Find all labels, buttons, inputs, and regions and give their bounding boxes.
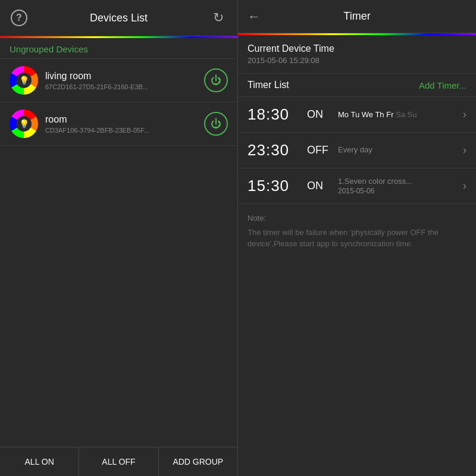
back-button[interactable]: ←: [248, 9, 261, 24]
bulb-inner-room: 💡: [16, 116, 32, 131]
timer-time-3: 15:30: [248, 177, 301, 195]
timer-status-3: ON: [307, 180, 328, 192]
help-icon: ?: [11, 10, 27, 26]
timer-title: Timer: [343, 10, 370, 23]
current-device-time: 2015-05-06 15:29:08: [248, 56, 466, 65]
timer-time-2: 23:30: [248, 141, 301, 159]
timer-status-2: OFF: [307, 144, 328, 156]
device-id-room: CD3AF106-3794-2BFB-23EB-05F...: [45, 127, 204, 134]
power-button-living-room[interactable]: ⏻: [204, 68, 228, 92]
refresh-button[interactable]: ↻: [209, 8, 228, 27]
bulb-icon: 💡: [19, 76, 29, 85]
ungrouped-label: Ungrouped Devices: [10, 44, 88, 54]
device-name-living-room: living room: [45, 71, 204, 82]
all-off-button[interactable]: ALL OFF: [79, 447, 158, 476]
add-timer-button[interactable]: Add Timer...: [419, 80, 466, 90]
device-list: 💡 living room 67C2D161-27D5-21F6-2160-E3…: [0, 59, 237, 447]
current-device-section: Current Device Time 2015-05-06 15:29:08: [238, 35, 476, 74]
ungrouped-section: Ungrouped Devices: [0, 38, 237, 59]
add-group-button[interactable]: ADD GROUP: [159, 447, 237, 476]
timer-effect-3: 1.Seven color cross...: [338, 177, 463, 186]
timer-item-3[interactable]: 15:30 ON 1.Seven color cross... 2015-05-…: [238, 168, 476, 204]
timer-repeat-2: Every day: [338, 145, 463, 154]
power-icon-living-room: ⏻: [211, 74, 221, 87]
timer-date-3: 2015-05-06: [338, 187, 463, 195]
right-panel: ← Timer Current Device Time 2015-05-06 1…: [238, 0, 476, 476]
left-header: ? Devices List ↻: [0, 0, 237, 36]
device-id-living-room: 67C2D161-27D5-21F6-2160-E3B...: [45, 83, 204, 90]
timer-detail-3: 1.Seven color cross... 2015-05-06: [338, 177, 463, 195]
note-section: Note: The timer will be failure when 'ph…: [238, 204, 476, 476]
device-item-living-room[interactable]: 💡 living room 67C2D161-27D5-21F6-2160-E3…: [0, 59, 237, 102]
timer-list-label: Timer List: [248, 80, 289, 90]
timer-item-1[interactable]: 18:30 ON Mo Tu We Th Fr Sa Su ›: [238, 97, 476, 133]
power-icon-room: ⏻: [211, 118, 221, 130]
timer-detail-1: Mo Tu We Th Fr Sa Su: [338, 110, 463, 119]
current-device-label: Current Device Time: [248, 43, 466, 54]
bulb-icon-room: 💡: [19, 119, 29, 129]
chevron-icon-1: ›: [463, 108, 466, 121]
device-item-room[interactable]: 💡 room CD3AF106-3794-2BFB-23EB-05F... ⏻: [0, 102, 237, 146]
device-name-room: room: [45, 114, 204, 125]
chevron-icon-3: ›: [463, 180, 466, 192]
device-icon-room: 💡: [10, 109, 38, 138]
device-icon-living-room: 💡: [10, 66, 38, 95]
timer-time-1: 18:30: [248, 105, 301, 124]
device-info-room: room CD3AF106-3794-2BFB-23EB-05F...: [45, 114, 204, 134]
bulb-inner: 💡: [16, 73, 32, 88]
refresh-icon: ↻: [213, 10, 224, 26]
left-panel: ? Devices List ↻ Ungrouped Devices 💡 liv…: [0, 0, 238, 476]
timer-days-1: Mo Tu We Th Fr Sa Su: [338, 110, 463, 119]
device-info-living-room: living room 67C2D161-27D5-21F6-2160-E3B.…: [45, 71, 204, 90]
note-title: Note:: [248, 212, 466, 224]
timer-status-1: ON: [307, 108, 328, 121]
right-header: ← Timer: [238, 0, 476, 33]
chevron-icon-2: ›: [463, 144, 466, 156]
power-button-room[interactable]: ⏻: [204, 112, 228, 136]
timer-detail-2: Every day: [338, 145, 463, 155]
help-button[interactable]: ?: [10, 8, 29, 27]
timer-list-header: Timer List Add Timer...: [238, 74, 476, 97]
left-footer: ALL ON ALL OFF ADD GROUP: [0, 447, 237, 476]
devices-list-title: Devices List: [90, 12, 148, 24]
note-body: The timer will be failure when 'physical…: [248, 227, 466, 250]
all-on-button[interactable]: ALL ON: [0, 447, 79, 476]
timer-item-2[interactable]: 23:30 OFF Every day ›: [238, 133, 476, 168]
